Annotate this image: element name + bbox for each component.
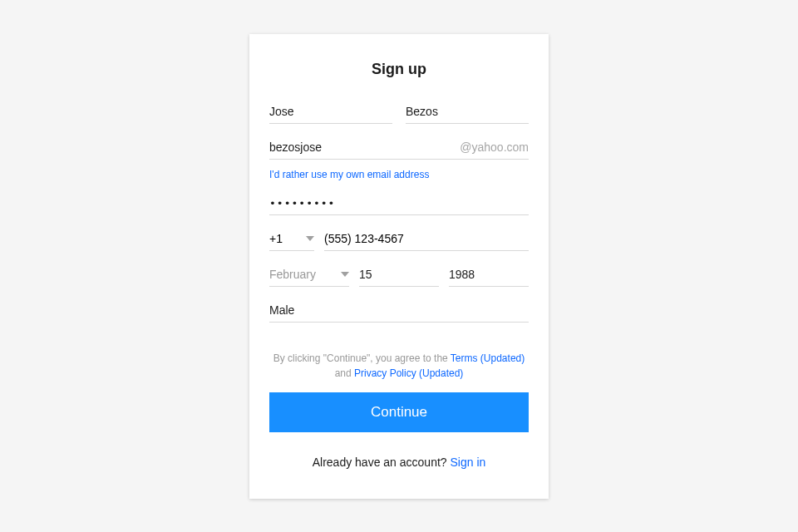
- last-name-field[interactable]: [406, 100, 529, 124]
- first-name-input[interactable]: [269, 100, 392, 123]
- phone-number-field[interactable]: [324, 227, 529, 251]
- country-code-value: +1: [269, 232, 283, 245]
- birth-year-input[interactable]: [449, 263, 529, 286]
- phone-number-input[interactable]: [324, 227, 529, 250]
- birth-month-select[interactable]: February: [269, 263, 349, 287]
- chevron-down-icon: [306, 236, 314, 241]
- privacy-link[interactable]: Privacy Policy (Updated): [354, 367, 463, 379]
- terms-link[interactable]: Terms (Updated): [451, 352, 525, 364]
- password-row: [269, 192, 529, 215]
- gender-value: Male: [269, 298, 529, 322]
- email-field[interactable]: @yahoo.com: [269, 135, 529, 160]
- password-field[interactable]: [269, 192, 529, 215]
- use-own-email-link[interactable]: I'd rather use my own email address: [269, 169, 429, 180]
- birth-day-field[interactable]: [359, 263, 439, 287]
- gender-row: Male: [269, 298, 529, 323]
- last-name-input[interactable]: [406, 100, 529, 123]
- continue-button[interactable]: Continue: [269, 392, 529, 432]
- birthdate-row: February: [269, 263, 529, 287]
- phone-row: +1: [269, 227, 529, 251]
- first-name-field[interactable]: [269, 100, 392, 124]
- signin-link[interactable]: Sign in: [450, 456, 485, 469]
- signup-card: Sign up @yahoo.com I'd rather use my own…: [249, 34, 549, 499]
- name-row: [269, 100, 529, 124]
- birth-year-field[interactable]: [449, 263, 529, 287]
- terms-text: By clicking "Continue", you agree to the…: [269, 351, 529, 381]
- email-domain-suffix: @yahoo.com: [455, 140, 529, 154]
- signin-text: Already have an account?: [313, 456, 451, 469]
- birth-day-input[interactable]: [359, 263, 439, 286]
- gender-field[interactable]: Male: [269, 298, 529, 323]
- email-row: @yahoo.com: [269, 135, 529, 160]
- page-title: Sign up: [269, 61, 529, 78]
- terms-prefix: By clicking "Continue", you agree to the: [273, 352, 451, 364]
- email-local-input[interactable]: [269, 135, 455, 159]
- birth-month-value: February: [269, 263, 337, 286]
- password-input[interactable]: [269, 192, 529, 214]
- terms-mid: and: [335, 367, 354, 379]
- signin-prompt: Already have an account? Sign in: [269, 456, 529, 469]
- country-code-select[interactable]: +1: [269, 227, 314, 251]
- chevron-down-icon: [341, 272, 349, 277]
